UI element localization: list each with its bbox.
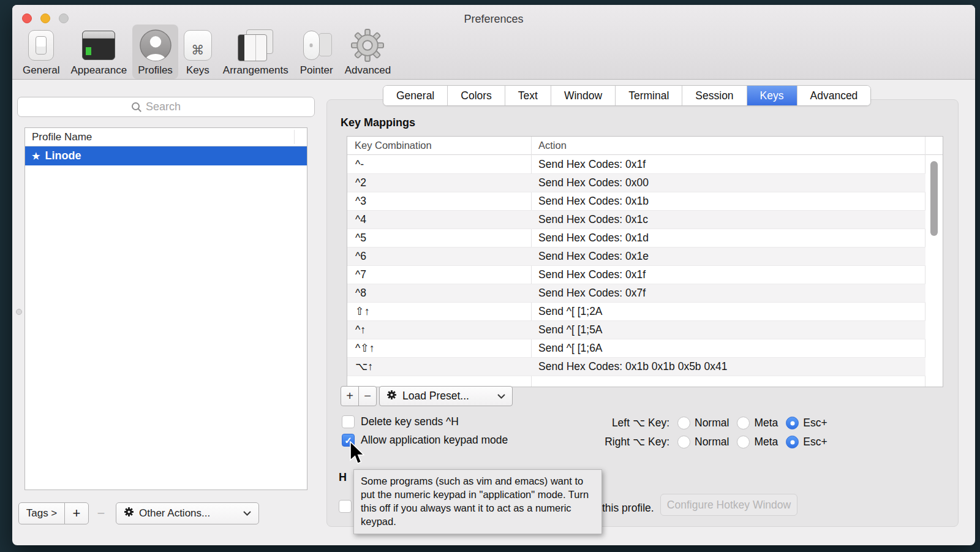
toolbar-item-general[interactable]: General: [17, 25, 65, 79]
toolbar-item-appearance[interactable]: Appearance: [65, 25, 132, 79]
radio-option[interactable]: Normal: [677, 417, 729, 429]
action-cell: Send Hex Codes: 0x1f: [531, 268, 646, 281]
load-preset-dropdown[interactable]: Load Preset...: [379, 386, 513, 406]
key-mapping-row[interactable]: ^7 Send Hex Codes: 0x1f: [347, 266, 925, 284]
gear-icon: [124, 507, 134, 520]
pane-resize-handle[interactable]: [16, 309, 22, 315]
key-mapping-row[interactable]: ⌥↑ Send Hex Codes: 0x1b 0x1b 0x5b 0x41: [347, 358, 925, 376]
configure-hotkey-window-button[interactable]: Configure Hotkey Window: [660, 494, 797, 516]
action-cell: Send Hex Codes: 0x1e: [531, 250, 649, 263]
key-combination-cell: ^2: [347, 176, 531, 189]
action-cell: Send Hex Codes: 0x00: [531, 176, 649, 189]
hotkey-checkbox[interactable]: [339, 500, 352, 513]
profile-tab[interactable]: Window: [551, 86, 616, 105]
key-mapping-row[interactable]: ⇧↑ Send ^[ [1;2A: [347, 303, 925, 321]
key-mapping-row[interactable]: ^8 Send Hex Codes: 0x7f: [347, 284, 925, 303]
radio-option[interactable]: Normal: [677, 436, 729, 448]
search-input[interactable]: [146, 100, 201, 113]
hotkey-profile-text: this profile.: [602, 502, 654, 515]
mouse-cursor: [349, 441, 364, 469]
radio-icon: [737, 417, 750, 429]
add-key-mapping-button[interactable]: +: [341, 386, 359, 406]
key-combination-cell: ^-: [347, 158, 531, 171]
profile-tab[interactable]: Keys: [747, 86, 797, 105]
toolbar-item-arrangements[interactable]: Arrangements: [217, 25, 294, 79]
profile-name-column-header[interactable]: Profile Name: [25, 128, 307, 146]
scrollbar-thumb[interactable]: [930, 161, 938, 236]
radio-option[interactable]: Meta: [737, 436, 778, 448]
action-cell: Send Hex Codes: 0x1c: [531, 213, 648, 226]
radio-option[interactable]: Esc+: [786, 436, 827, 448]
column-header-key-combination[interactable]: Key Combination: [347, 140, 531, 151]
key-combination-cell: ^6: [347, 250, 531, 263]
remove-key-mapping-button[interactable]: −: [358, 386, 377, 406]
column-header-action[interactable]: Action: [531, 140, 567, 151]
search-icon: [131, 102, 142, 113]
radio-option[interactable]: Esc+: [786, 417, 827, 429]
profile-tab[interactable]: Terminal: [616, 86, 682, 105]
key-mapping-row[interactable]: ^5 Send Hex Codes: 0x1d: [347, 229, 925, 248]
key-mapping-row[interactable]: ^3 Send Hex Codes: 0x1b: [347, 192, 925, 211]
radio-option[interactable]: Meta: [737, 417, 778, 429]
key-mapping-row[interactable]: ^6 Send Hex Codes: 0x1e: [347, 248, 925, 266]
profile-list: Profile Name ★ Linode: [24, 127, 307, 490]
person-icon: [139, 28, 172, 62]
tags-button[interactable]: Tags >: [18, 502, 65, 524]
toolbar-item-profiles[interactable]: Profiles: [132, 25, 178, 79]
radio-icon: [677, 417, 690, 429]
command-key-icon: [184, 28, 212, 62]
key-mapping-row[interactable]: ^2 Send Hex Codes: 0x00: [347, 174, 925, 192]
profile-search-field[interactable]: [17, 97, 315, 117]
other-actions-dropdown[interactable]: Other Actions...: [116, 502, 259, 524]
key-mapping-controls: + − Load Preset...: [341, 386, 513, 406]
action-cell: Send Hex Codes: 0x7f: [531, 287, 646, 300]
hotkey-heading-partial: H: [339, 471, 347, 484]
profile-tab[interactable]: Colors: [448, 86, 505, 105]
key-mapping-row[interactable]: ^⇧↑ Send ^[ [1;6A: [347, 339, 925, 358]
profile-actions-bar: Tags > + − Other Actions...: [18, 502, 259, 524]
key-combination-cell: ^↑: [347, 323, 531, 336]
profile-tab-bar: GeneralColorsTextWindowTerminalSessionKe…: [383, 85, 871, 106]
terminal-window-icon: [82, 28, 115, 62]
key-mappings-heading: Key Mappings: [341, 116, 415, 129]
profile-tab[interactable]: General: [383, 86, 448, 105]
key-combination-cell: ^8: [347, 287, 531, 300]
preferences-toolbar: General Appearance: [17, 25, 396, 79]
key-combination-cell: ^7: [347, 268, 531, 281]
key-mapping-row[interactable]: ^4 Send Hex Codes: 0x1c: [347, 211, 925, 229]
profile-tab[interactable]: Session: [682, 86, 747, 105]
key-mapping-row[interactable]: ^↑ Send ^[ [1;5A: [347, 321, 925, 339]
add-profile-button[interactable]: +: [64, 502, 89, 524]
keypad-mode-tooltip: Some programs (such as vim and emacs) wa…: [353, 469, 602, 534]
key-mappings-table-header: Key Combination Action: [347, 137, 943, 155]
action-cell: Send Hex Codes: 0x1b 0x1b 0x5b 0x41: [531, 360, 727, 373]
action-cell: Send ^[ [1;6A: [531, 342, 603, 355]
key-mapping-row[interactable]: ^- Send Hex Codes: 0x1f: [347, 156, 925, 174]
toolbar-item-keys[interactable]: Keys: [178, 25, 217, 79]
key-combination-cell: ^4: [347, 213, 531, 226]
gear-icon: [386, 390, 397, 403]
mouse-icon: [300, 28, 334, 62]
radio-icon: [786, 417, 799, 429]
radio-icon: [677, 436, 690, 448]
radio-icon: [786, 436, 799, 448]
star-icon: ★: [32, 151, 40, 162]
key-combination-cell: ^⇧↑: [347, 342, 531, 355]
profile-name: Linode: [45, 149, 81, 162]
delete-key-checkbox-row: Delete key sends ^H: [342, 415, 459, 428]
toolbar-item-advanced[interactable]: Advanced: [339, 25, 397, 79]
key-combination-cell: ⌥↑: [347, 360, 531, 373]
toolbar-item-pointer[interactable]: Pointer: [294, 25, 339, 79]
key-combination-cell: ^3: [347, 195, 531, 208]
gear-icon: [351, 28, 384, 62]
remove-profile-button[interactable]: −: [89, 502, 113, 524]
profile-list-item[interactable]: ★ Linode: [25, 146, 307, 165]
key-combination-cell: ⇧↑: [347, 305, 531, 318]
action-cell: Send Hex Codes: 0x1b: [531, 195, 649, 208]
profile-tab[interactable]: Advanced: [797, 86, 871, 105]
action-cell: Send ^[ [1;5A: [531, 323, 603, 336]
profile-tab[interactable]: Text: [505, 86, 551, 105]
action-cell: Send Hex Codes: 0x1d: [531, 232, 649, 244]
delete-key-checkbox[interactable]: [342, 415, 355, 428]
chevron-down-icon: [497, 394, 505, 399]
